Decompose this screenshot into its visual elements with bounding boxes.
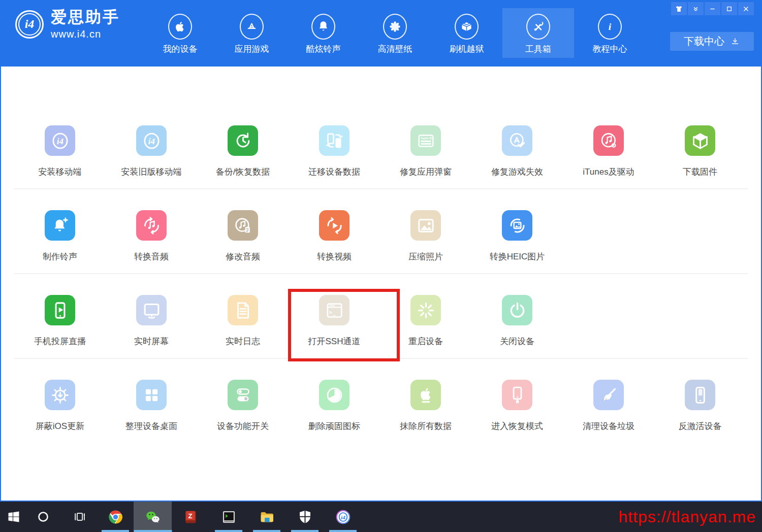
i4-logo-text: i4 bbox=[18, 13, 41, 36]
screen-icon bbox=[136, 295, 167, 325]
running-indicator bbox=[291, 530, 319, 532]
app-subtitle: www.i4.cn bbox=[51, 29, 120, 39]
tool-row-3: 手机投屏直播 实时屏幕 实时日志SSH>_ 打开SSH通道 重启设备 关闭设备 bbox=[14, 274, 748, 359]
tool-convert-audio[interactable]: 转换音频 bbox=[106, 210, 197, 273]
tool-make-ringtone[interactable]: 制作铃声 bbox=[14, 210, 106, 273]
tool-label: 修复应用弹窗 bbox=[400, 166, 452, 178]
tool-label: 删除顽固图标 bbox=[308, 420, 360, 432]
tool-itunes-and-driver[interactable]: iTunes及驱动 bbox=[563, 125, 654, 188]
apple-icon bbox=[168, 14, 192, 40]
tool-compress-photo[interactable]: 压缩照片 bbox=[380, 210, 471, 273]
nav-item-label: 我的设备 bbox=[163, 43, 198, 55]
file-explorer-taskbar-button[interactable] bbox=[254, 502, 279, 532]
nav-item-label: 工具箱 bbox=[525, 43, 551, 55]
start-button[interactable] bbox=[2, 502, 25, 532]
nav-item-hd-wallpapers[interactable]: 高清壁纸 bbox=[359, 8, 431, 58]
running-indicator bbox=[102, 530, 129, 532]
tool-label: 反激活设备 bbox=[679, 420, 722, 432]
tool-convert-video[interactable]: 转换视频 bbox=[289, 210, 380, 273]
tool-row-2: 制作铃声 转换音频 修改音频 转换视频 压缩照片 转换HEIC图片 bbox=[14, 189, 748, 274]
tool-fix-app-popup[interactable]: Apple ID 修复应用弹窗 bbox=[380, 125, 471, 188]
chrome-icon bbox=[107, 509, 124, 525]
app-title: 爱思助手 bbox=[51, 9, 120, 25]
svg-text:SSH: SSH bbox=[329, 304, 335, 307]
i4-logo-icon: i4 bbox=[15, 10, 44, 39]
tool-open-ssh-channel[interactable]: SSH>_ 打开SSH通道 bbox=[289, 295, 380, 358]
tool-arrange-device-desktop[interactable]: 整理设备桌面 bbox=[106, 380, 197, 444]
tool-label: 关闭设备 bbox=[500, 336, 534, 347]
restart-icon bbox=[410, 295, 441, 325]
tool-label: 压缩照片 bbox=[408, 251, 443, 262]
search-icon bbox=[36, 510, 50, 524]
titlebar: i4 爱思助手 www.i4.cn 我的设备 应用游戏 酷炫铃声 高清壁纸 刷机… bbox=[0, 0, 762, 66]
firmware-icon bbox=[685, 125, 715, 156]
tool-erase-all-data[interactable]: 抹除所有数据 bbox=[380, 380, 471, 444]
tool-delete-stubborn-icons[interactable]: 删除顽固图标 bbox=[289, 380, 380, 444]
tool-clean-device-junk[interactable]: 清理设备垃圾 bbox=[563, 380, 654, 444]
nav-item-flash-jailbreak[interactable]: 刷机越狱 bbox=[431, 8, 502, 58]
terminal-taskbar-button[interactable] bbox=[216, 502, 241, 532]
i4-tools-taskbar-button[interactable]: i4 bbox=[330, 502, 356, 532]
tool-migrate-device-data[interactable]: 迁移设备数据 bbox=[289, 125, 380, 188]
tool-download-firmware[interactable]: 下载固件 bbox=[654, 125, 746, 188]
tool-block-ios-update[interactable]: 屏蔽iOS更新 bbox=[14, 380, 106, 444]
tool-label: 制作铃声 bbox=[43, 251, 77, 262]
tool-label: 重启设备 bbox=[408, 336, 443, 347]
nav-item-cool-ringtones[interactable]: 酷炫铃声 bbox=[288, 8, 359, 58]
defender-icon bbox=[297, 509, 313, 525]
maximize-button[interactable] bbox=[721, 2, 737, 15]
nav-item-tutorial-center[interactable]: i 教程中心 bbox=[574, 8, 646, 58]
wechat-taskbar-button[interactable] bbox=[134, 502, 172, 532]
tool-fix-game-invalid[interactable]: 修复游戏失效 bbox=[471, 125, 563, 188]
tool-screen-mirror-live[interactable]: 手机投屏直播 bbox=[14, 295, 106, 358]
block-update-icon bbox=[45, 380, 75, 410]
nav-item-my-devices[interactable]: 我的设备 bbox=[144, 8, 216, 58]
tool-label: 迁移设备数据 bbox=[308, 166, 360, 178]
zotero-taskbar-button[interactable]: Z bbox=[178, 502, 203, 532]
tool-deactivate-device[interactable]: 反激活设备 bbox=[654, 380, 746, 444]
task-view-button[interactable] bbox=[68, 502, 91, 532]
nav-item-label: 应用游戏 bbox=[235, 43, 269, 55]
i4-icon: i4 bbox=[335, 509, 352, 525]
tool-device-switches[interactable]: 设备功能开关 bbox=[197, 380, 289, 444]
download-center-button[interactable]: 下载中心 bbox=[670, 32, 754, 51]
switch-icon bbox=[228, 380, 258, 410]
nav-item-apps-games[interactable]: 应用游戏 bbox=[216, 8, 288, 58]
tool-reboot-device[interactable]: 重启设备 bbox=[380, 295, 471, 358]
deactivate-icon bbox=[685, 380, 715, 410]
tool-label: 备份/恢复数据 bbox=[216, 166, 270, 178]
tool-realtime-log[interactable]: 实时日志 bbox=[197, 295, 289, 358]
tool-shutdown-device[interactable]: 关闭设备 bbox=[471, 295, 563, 358]
tool-backup-restore-data[interactable]: 备份/恢复数据 bbox=[197, 125, 289, 188]
tool-label: 进入恢复模式 bbox=[491, 420, 543, 432]
chrome-taskbar-button[interactable] bbox=[102, 502, 129, 532]
search-button[interactable] bbox=[31, 502, 55, 532]
tool-install-mobile-app[interactable]: i4 安装移动端 bbox=[14, 125, 106, 188]
svg-text:i4: i4 bbox=[56, 137, 63, 146]
collapse-button[interactable] bbox=[688, 2, 704, 15]
music-edit-icon bbox=[228, 210, 258, 241]
nav-item-toolbox[interactable]: 工具箱 bbox=[502, 8, 574, 58]
tool-enter-recovery-mode[interactable]: 进入恢复模式 bbox=[471, 380, 563, 444]
tool-realtime-screen[interactable]: 实时屏幕 bbox=[106, 295, 197, 358]
tool-label: iTunes及驱动 bbox=[583, 166, 634, 178]
minimize-button[interactable] bbox=[705, 2, 720, 15]
tool-grid: i4 安装移动端i4 安装旧版移动端 备份/恢复数据 迁移设备数据Apple I… bbox=[14, 105, 748, 444]
toolbox-content: i4 安装移动端i4 安装旧版移动端 备份/恢复数据 迁移设备数据Apple I… bbox=[0, 66, 762, 502]
screencast-icon bbox=[45, 295, 75, 325]
tool-label: 安装移动端 bbox=[39, 166, 82, 178]
tool-label: 屏蔽iOS更新 bbox=[36, 420, 84, 432]
music-convert-icon bbox=[136, 210, 167, 241]
heic-icon bbox=[502, 210, 532, 241]
taskbar: Zi4https://tlanyan.me bbox=[0, 502, 762, 532]
app-logo: i4 爱思助手 www.i4.cn bbox=[15, 9, 120, 39]
tool-convert-heic[interactable]: 转换HEIC图片 bbox=[471, 210, 563, 273]
defender-taskbar-button[interactable] bbox=[292, 502, 318, 532]
video-convert-icon bbox=[319, 210, 350, 241]
tool-edit-audio[interactable]: 修改音频 bbox=[197, 210, 289, 273]
svg-text:Z: Z bbox=[188, 512, 192, 519]
close-button[interactable] bbox=[738, 2, 754, 15]
tool-install-old-mobile-app[interactable]: i4 安装旧版移动端 bbox=[106, 125, 197, 188]
skin-button[interactable] bbox=[671, 2, 687, 15]
log-icon bbox=[228, 295, 258, 325]
